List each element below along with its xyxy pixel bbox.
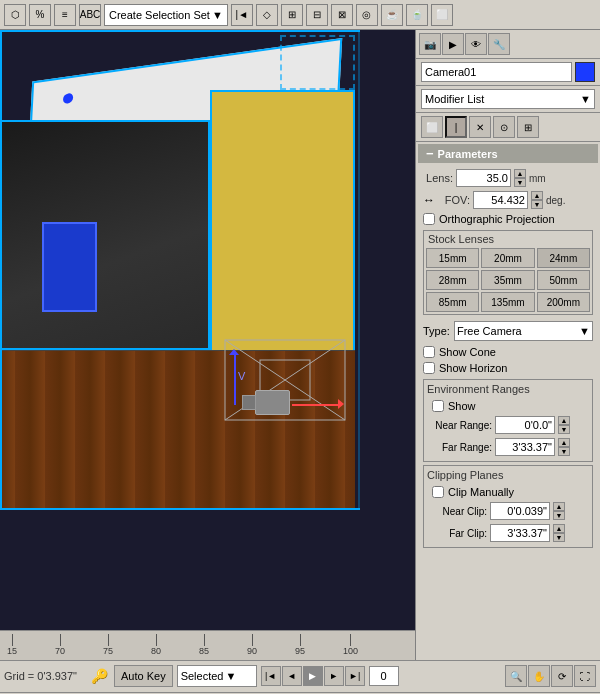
lens-15mm[interactable]: 15mm [426, 248, 479, 268]
show-horizon-checkbox[interactable] [423, 362, 435, 374]
panel-icon-motion[interactable]: ▶ [442, 33, 464, 55]
tab-icon-params[interactable]: | [445, 116, 467, 138]
prev-frame-button[interactable]: ◄ [282, 666, 302, 686]
toolbar-icon-7[interactable]: ⊞ [281, 4, 303, 26]
selected-arrow-icon: ▼ [225, 670, 236, 682]
far-range-down[interactable]: ▼ [558, 447, 570, 456]
toolbar-icon-8[interactable]: ⊟ [306, 4, 328, 26]
toolbar-icon-1[interactable]: ⬡ [4, 4, 26, 26]
toolbar-icon-10[interactable]: ◎ [356, 4, 378, 26]
near-range-spinner[interactable]: ▲ ▼ [558, 416, 570, 434]
lens-input[interactable] [456, 169, 511, 187]
toolbar-icon-9[interactable]: ⊠ [331, 4, 353, 26]
lens-spinner[interactable]: ▲ ▼ [514, 169, 526, 187]
go-end-button[interactable]: ►| [345, 666, 365, 686]
create-selection-dropdown[interactable]: Create Selection Set ▼ [104, 4, 228, 26]
show-cone-label: Show Cone [439, 346, 496, 358]
panel-icon-utilities[interactable]: 🔧 [488, 33, 510, 55]
far-clip-row: Far Clip: ▲ ▼ [427, 522, 589, 544]
go-start-button[interactable]: |◄ [261, 666, 281, 686]
near-clip-input[interactable] [490, 502, 550, 520]
clipping-planes-group: Clipping Planes Clip Manually Near Clip:… [423, 465, 593, 548]
near-range-input[interactable] [495, 416, 555, 434]
toolbar-icon-4[interactable]: ABC [79, 4, 101, 26]
toolbar-icon-3[interactable]: ≡ [54, 4, 76, 26]
next-frame-button[interactable]: ► [324, 666, 344, 686]
frame-input[interactable] [369, 666, 399, 686]
ruler-tick-15: 15 [7, 634, 17, 656]
far-range-up[interactable]: ▲ [558, 438, 570, 447]
env-show-checkbox[interactable] [432, 400, 444, 412]
front-wall [0, 120, 210, 350]
far-clip-spinner[interactable]: ▲ ▼ [553, 524, 565, 542]
lens-50mm[interactable]: 50mm [537, 270, 590, 290]
lens-200mm[interactable]: 200mm [537, 292, 590, 312]
toolbar-icon-6[interactable]: ◇ [256, 4, 278, 26]
lens-35mm[interactable]: 35mm [481, 270, 534, 290]
tab-icon-general[interactable]: ⬜ [421, 116, 443, 138]
near-clip-down[interactable]: ▼ [553, 511, 565, 520]
auto-key-button[interactable]: Auto Key [114, 665, 173, 687]
orbit-icon[interactable]: ⟳ [551, 665, 573, 687]
fov-label: FOV: [440, 194, 470, 206]
lens-up-arrow[interactable]: ▲ [514, 169, 526, 178]
toolbar-icon-12[interactable]: 🍵 [406, 4, 428, 26]
far-clip-down[interactable]: ▼ [553, 533, 565, 542]
modifier-list-dropdown[interactable]: Modifier List ▼ [421, 89, 595, 109]
far-range-spinner[interactable]: ▲ ▼ [558, 438, 570, 456]
toolbar-icon-11[interactable]: ☕ [381, 4, 403, 26]
left-outline [0, 30, 2, 510]
ortho-label: Orthographic Projection [439, 213, 555, 225]
near-range-up[interactable]: ▲ [558, 416, 570, 425]
fov-spinner[interactable]: ▲ ▼ [531, 191, 543, 209]
near-range-row: Near Range: ▲ ▼ [427, 414, 589, 436]
near-range-down[interactable]: ▼ [558, 425, 570, 434]
panel-icon-display[interactable]: 👁 [465, 33, 487, 55]
selected-dropdown[interactable]: Selected ▼ [177, 665, 257, 687]
ortho-checkbox[interactable] [423, 213, 435, 225]
camera-name-input[interactable] [421, 62, 572, 82]
fov-down-arrow[interactable]: ▼ [531, 200, 543, 209]
pan-icon[interactable]: ✋ [528, 665, 550, 687]
viewport-3d[interactable]: V [0, 30, 415, 630]
lens-24mm[interactable]: 24mm [537, 248, 590, 268]
tab-icon-display[interactable]: ⊞ [517, 116, 539, 138]
key-icon: 🔑 [88, 665, 110, 687]
right-outline [358, 30, 360, 510]
stock-lenses-label: Stock Lenses [426, 233, 590, 245]
camera-body [255, 390, 290, 415]
toolbar-icon-5[interactable]: |◄ [231, 4, 253, 26]
ruler-tick-85: 85 [199, 634, 209, 656]
far-range-input[interactable] [495, 438, 555, 456]
lens-85mm[interactable]: 85mm [426, 292, 479, 312]
lens-20mm[interactable]: 20mm [481, 248, 534, 268]
section-collapse-icon[interactable]: − [426, 146, 434, 161]
toolbar-icon-13[interactable]: ⬜ [431, 4, 453, 26]
near-clip-up[interactable]: ▲ [553, 502, 565, 511]
lens-135mm[interactable]: 135mm [481, 292, 534, 312]
panel-icon-camera[interactable]: 📷 [419, 33, 441, 55]
type-dropdown[interactable]: Free Camera ▼ [454, 321, 593, 341]
lens-28mm[interactable]: 28mm [426, 270, 479, 290]
camera-name-bar [416, 59, 600, 86]
near-clip-spinner[interactable]: ▲ ▼ [553, 502, 565, 520]
scene-container: V [0, 30, 415, 630]
maximize-icon[interactable]: ⛶ [574, 665, 596, 687]
near-clip-row: Near Clip: ▲ ▼ [427, 500, 589, 522]
top-outline [0, 30, 360, 32]
fov-input[interactable] [473, 191, 528, 209]
lens-down-arrow[interactable]: ▼ [514, 178, 526, 187]
bottom-bar: Grid = 0'3.937" 🔑 Auto Key Selected ▼ |◄… [0, 660, 600, 694]
lens-row: Lens: ▲ ▼ mm [418, 167, 598, 189]
camera-color-swatch[interactable] [575, 62, 595, 82]
tab-icon-extra[interactable]: ✕ [469, 116, 491, 138]
far-clip-up[interactable]: ▲ [553, 524, 565, 533]
far-clip-input[interactable] [490, 524, 550, 542]
fov-up-arrow[interactable]: ▲ [531, 191, 543, 200]
toolbar-icon-2[interactable]: % [29, 4, 51, 26]
tab-icon-info[interactable]: ⊙ [493, 116, 515, 138]
play-button[interactable]: ▶ [303, 666, 323, 686]
zoom-icon[interactable]: 🔍 [505, 665, 527, 687]
clip-manually-checkbox[interactable] [432, 486, 444, 498]
show-cone-checkbox[interactable] [423, 346, 435, 358]
